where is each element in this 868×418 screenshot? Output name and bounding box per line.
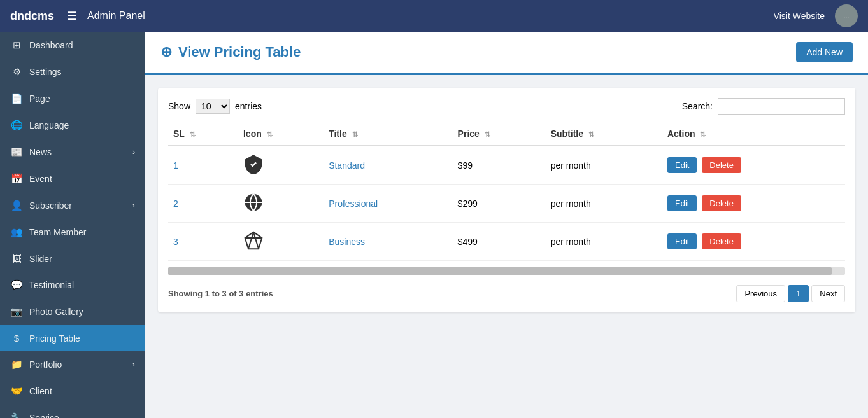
arrow-icon-portfolio: › <box>132 360 135 369</box>
sidebar-label-client: Client <box>29 386 52 396</box>
sidebar-label-event: Event <box>29 174 52 184</box>
col-sl: SL ⇅ <box>168 122 238 146</box>
cell-sl: 2 <box>168 185 238 223</box>
sidebar-icon-service: 🔧 <box>10 412 23 418</box>
col-price: Price ⇅ <box>453 122 546 146</box>
sidebar-item-client[interactable]: 🤝 Client <box>0 378 145 405</box>
sidebar-icon-event: 📅 <box>10 173 23 185</box>
add-new-button[interactable]: Add New <box>796 42 853 62</box>
show-label: Show <box>168 101 190 111</box>
sl-link[interactable]: 3 <box>173 237 178 247</box>
sidebar-label-slider: Slider <box>29 254 52 264</box>
sidebar-icon-page: 📄 <box>10 93 23 104</box>
sidebar-item-slider[interactable]: 🖼 Slider <box>0 246 145 272</box>
sl-link[interactable]: 1 <box>173 160 178 171</box>
sidebar-icon-slider: 🖼 <box>10 253 23 264</box>
sidebar-icon-testimonial: 💬 <box>10 279 23 291</box>
cell-subtitle: per month <box>546 223 662 261</box>
sidebar-icon-client: 🤝 <box>10 386 23 397</box>
sidebar-item-event[interactable]: 📅 Event <box>0 165 145 192</box>
sidebar-item-language[interactable]: 🌐 Language <box>0 112 145 139</box>
sidebar-item-service[interactable]: 🔧 Service <box>0 405 145 418</box>
cell-icon <box>238 146 324 185</box>
sidebar-icon-news: 📰 <box>10 146 23 158</box>
cell-action: Edit Delete <box>662 223 845 261</box>
main-content: ⊕ View Pricing Table Add New Show 102550… <box>145 32 868 418</box>
edit-button[interactable]: Edit <box>667 233 697 249</box>
sidebar-label-news: News <box>29 147 52 157</box>
cell-title: Professional <box>324 185 452 223</box>
next-button[interactable]: Next <box>811 285 845 302</box>
sidebar-item-team-member[interactable]: 👥 Team Member <box>0 219 145 246</box>
cell-sl: 3 <box>168 223 238 261</box>
sort-action-icon: ⇅ <box>700 130 706 138</box>
brand-logo: dndcms <box>10 10 54 23</box>
sl-link[interactable]: 2 <box>173 199 178 209</box>
menu-toggle-icon[interactable]: ☰ <box>67 9 77 23</box>
cell-price: $99 <box>453 146 546 185</box>
sort-subtitle-icon: ⇅ <box>588 130 594 138</box>
sidebar-icon-settings: ⚙ <box>10 66 23 78</box>
cell-title: Business <box>324 223 452 261</box>
page-1-button[interactable]: 1 <box>788 285 809 302</box>
cell-title: Standard <box>324 146 452 185</box>
title-link[interactable]: Professional <box>329 199 378 209</box>
sidebar-item-settings[interactable]: ⚙ Settings <box>0 59 145 85</box>
edit-button[interactable]: Edit <box>667 157 697 173</box>
col-subtitle: Subtitle ⇅ <box>546 122 662 146</box>
cell-action: Edit Delete <box>662 185 845 223</box>
table-row: 2 Professional $299 per month Edit Delet… <box>168 185 845 223</box>
sort-price-icon: ⇅ <box>485 130 490 138</box>
search-box: Search: <box>682 98 845 115</box>
pricing-table: SL ⇅ Icon ⇅ Title ⇅ Price ⇅ Subtitle ⇅ A… <box>168 122 845 261</box>
table-row: 1 Standard $99 per month Edit Delete <box>168 146 845 185</box>
visit-website-link[interactable]: Visit Website <box>774 11 825 21</box>
col-title: Title ⇅ <box>324 122 452 146</box>
delete-button[interactable]: Delete <box>702 233 741 249</box>
search-input[interactable] <box>718 98 845 115</box>
navbar-right: Visit Website ... <box>774 4 858 27</box>
cell-price: $499 <box>453 223 546 261</box>
cell-icon <box>238 223 324 261</box>
svg-marker-1 <box>245 232 262 249</box>
sidebar-item-pricing-table[interactable]: $ Pricing Table <box>0 325 145 351</box>
arrow-icon-news: › <box>132 148 135 157</box>
entries-select[interactable]: 102550100 <box>196 99 230 114</box>
sidebar-item-portfolio[interactable]: 📁 Portfolio › <box>0 351 145 378</box>
edit-button[interactable]: Edit <box>667 195 697 211</box>
pagination-row: Showing 1 to 3 of 3 entries Previous 1 N… <box>168 285 845 302</box>
sidebar-item-subscriber[interactable]: 👤 Subscriber › <box>0 192 145 219</box>
table-body: 1 Standard $99 per month Edit Delete 2 P… <box>168 146 845 261</box>
scroll-track[interactable] <box>168 267 845 275</box>
navbar: dndcms ☰ Admin Panel Visit Website ... <box>0 0 868 32</box>
sidebar-label-settings: Settings <box>29 67 62 77</box>
header-divider <box>145 73 868 75</box>
previous-button[interactable]: Previous <box>736 285 785 302</box>
sidebar-label-service: Service <box>29 413 59 418</box>
sidebar-item-testimonial[interactable]: 💬 Testimonial <box>0 272 145 298</box>
sidebar-item-news[interactable]: 📰 News › <box>0 139 145 165</box>
title-link[interactable]: Standard <box>329 160 365 171</box>
target-icon: ⊕ <box>160 44 172 60</box>
col-action: Action ⇅ <box>662 122 845 146</box>
sort-title-icon: ⇅ <box>352 130 358 138</box>
delete-button[interactable]: Delete <box>702 195 741 211</box>
table-header-row: SL ⇅ Icon ⇅ Title ⇅ Price ⇅ Subtitle ⇅ A… <box>168 122 845 146</box>
table-head: SL ⇅ Icon ⇅ Title ⇅ Price ⇅ Subtitle ⇅ A… <box>168 122 845 146</box>
arrow-icon-subscriber: › <box>132 201 135 210</box>
avatar[interactable]: ... <box>835 4 858 27</box>
delete-button[interactable]: Delete <box>702 157 741 173</box>
sidebar-label-page: Page <box>29 94 50 104</box>
scroll-thumb <box>168 267 832 275</box>
sidebar-item-dashboard[interactable]: ⊞ Dashboard <box>0 32 145 59</box>
sidebar-item-page[interactable]: 📄 Page <box>0 85 145 112</box>
sidebar-item-photo-gallery[interactable]: 📷 Photo Gallery <box>0 298 145 325</box>
showing-prefix: Showing <box>168 289 205 298</box>
sidebar-label-team-member: Team Member <box>29 227 86 237</box>
sidebar-label-subscriber: Subscriber <box>29 200 72 211</box>
entries-label: entries <box>235 101 262 111</box>
title-link[interactable]: Business <box>329 237 365 247</box>
table-controls: Show 102550100 entries Search: <box>168 98 845 115</box>
sidebar-icon-pricing-table: $ <box>10 333 23 344</box>
sidebar-icon-photo-gallery: 📷 <box>10 306 23 317</box>
